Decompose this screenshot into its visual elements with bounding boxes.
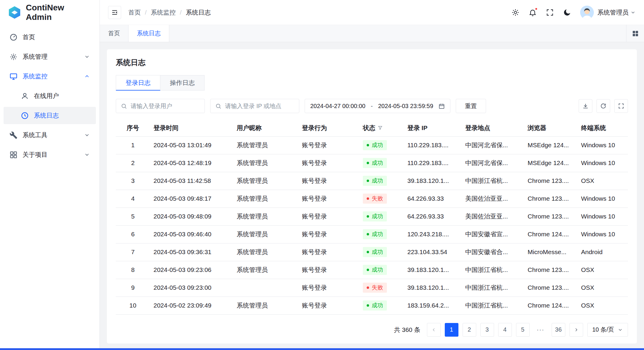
breadcrumb-item[interactable]: 系统监控 bbox=[151, 8, 176, 17]
cell-no: 2 bbox=[116, 154, 150, 172]
menu-fold-icon[interactable] bbox=[108, 6, 121, 19]
bell-icon[interactable] bbox=[529, 8, 537, 17]
breadcrumb: 首页 / 系统监控 / 系统日志 bbox=[128, 8, 211, 17]
filter-funnel-icon[interactable] bbox=[378, 125, 383, 130]
status-dot-icon bbox=[367, 251, 369, 253]
cell-os: OSX bbox=[577, 261, 628, 279]
page-button-4[interactable]: 4 bbox=[498, 323, 512, 337]
avatar bbox=[580, 6, 594, 19]
sidebar: ContiNew Admin 首页 系统管理 bbox=[0, 0, 100, 350]
cell-behavior: 账号登录 bbox=[298, 225, 359, 243]
monitor-icon bbox=[10, 72, 18, 80]
date-start: 2024-04-27 00:00:00 bbox=[310, 103, 365, 110]
cell-time: 2024-05-03 11:42:58 bbox=[150, 172, 233, 190]
tab-login-log[interactable]: 登录日志 bbox=[116, 75, 160, 91]
cell-os: Windows 10 bbox=[577, 208, 628, 225]
page-button-3[interactable]: 3 bbox=[480, 323, 494, 337]
sidebar-item-system-logs[interactable]: 系统日志 bbox=[4, 107, 96, 124]
prev-page-button[interactable] bbox=[427, 323, 441, 337]
sidebar-item-online-users[interactable]: 在线用户 bbox=[4, 87, 96, 104]
notification-dot bbox=[535, 7, 538, 10]
table-row: 9 2024-05-03 09:23:00 账号登录 失败 39.183.120… bbox=[116, 279, 628, 297]
cell-os: Windows 10 bbox=[577, 225, 628, 243]
cell-behavior: 账号登录 bbox=[298, 154, 359, 172]
gear-icon bbox=[10, 53, 18, 61]
cell-status: 成功 bbox=[359, 208, 404, 225]
status-badge: 失败 bbox=[363, 283, 387, 293]
reset-button[interactable]: 重置 bbox=[456, 99, 486, 113]
chevron-down-icon bbox=[618, 327, 623, 332]
date-range-picker[interactable]: 2024-04-27 00:00:00 - 2024-05-03 23:59:5… bbox=[305, 99, 450, 113]
cell-location: 美国佐治亚亚... bbox=[462, 190, 524, 208]
cell-ip: 64.226.93.33 bbox=[404, 208, 462, 225]
cell-browser: Chrome 123.... bbox=[524, 208, 577, 225]
cell-browser: Chrome 123.... bbox=[524, 261, 577, 279]
cell-behavior: 账号登录 bbox=[298, 261, 359, 279]
logo[interactable]: ContiNew Admin bbox=[0, 0, 99, 25]
sidebar-item-about[interactable]: 关于项目 bbox=[4, 146, 96, 163]
status-badge: 成功 bbox=[363, 247, 387, 257]
page-button-5[interactable]: 5 bbox=[516, 323, 530, 337]
cell-os: Windows 10 bbox=[577, 190, 628, 208]
search-input[interactable] bbox=[225, 103, 294, 110]
col-time: 登录时间 bbox=[150, 120, 233, 136]
table-header-row: 序号 登录时间 用户昵称 登录行为 状态 bbox=[116, 120, 628, 136]
breadcrumb-item[interactable]: 首页 bbox=[128, 8, 141, 17]
topbar-actions: 系统管理员 bbox=[511, 6, 636, 19]
calendar-icon bbox=[439, 103, 445, 109]
refresh-icon[interactable] bbox=[596, 99, 610, 113]
cell-time: 2024-05-03 09:46:40 bbox=[150, 225, 233, 243]
cell-os: Windows 10 bbox=[577, 154, 628, 172]
settings-icon[interactable] bbox=[511, 8, 520, 17]
cell-nickname: 系统管理员 bbox=[233, 225, 298, 243]
cell-browser: MSEdge 124... bbox=[524, 154, 577, 172]
status-badge: 成功 bbox=[363, 211, 387, 221]
log-tabs: 登录日志 操作日志 bbox=[116, 75, 628, 91]
page-size-select[interactable]: 10 条/页 bbox=[587, 323, 628, 337]
login-ip-search[interactable] bbox=[210, 99, 299, 113]
app-root: ContiNew Admin 首页 系统管理 bbox=[0, 0, 644, 350]
page-button-2[interactable]: 2 bbox=[463, 323, 476, 337]
cell-browser: Chrome 123.... bbox=[524, 190, 577, 208]
cell-browser: Chrome 124.... bbox=[524, 225, 577, 243]
page-tabbar: 首页 系统日志 bbox=[100, 25, 644, 42]
search-input[interactable] bbox=[131, 103, 200, 110]
tab-home[interactable]: 首页 bbox=[100, 25, 129, 42]
sidebar-item-home[interactable]: 首页 bbox=[4, 28, 96, 46]
page-ellipsis[interactable]: ··· bbox=[534, 323, 548, 337]
page-button-1[interactable]: 1 bbox=[445, 323, 458, 337]
table-row: 5 2024-05-03 09:48:09 系统管理员 账号登录 成功 64.2… bbox=[116, 208, 628, 225]
dashboard-icon bbox=[10, 33, 18, 41]
page-button-36[interactable]: 36 bbox=[552, 323, 565, 337]
cell-no: 5 bbox=[116, 208, 150, 225]
sidebar-item-system-tools[interactable]: 系统工具 bbox=[4, 126, 96, 144]
status-dot-icon bbox=[367, 162, 369, 164]
cell-nickname: 系统管理员 bbox=[233, 261, 298, 279]
cell-nickname: 系统管理员 bbox=[233, 297, 298, 314]
clock-icon bbox=[21, 112, 29, 120]
tab-operation-log[interactable]: 操作日志 bbox=[160, 75, 205, 91]
cell-status: 成功 bbox=[359, 261, 404, 279]
cell-ip: 183.159.64.2... bbox=[404, 297, 462, 314]
cell-no: 10 bbox=[116, 297, 150, 314]
cell-status: 成功 bbox=[359, 297, 404, 314]
sidebar-item-system-mgmt[interactable]: 系统管理 bbox=[4, 48, 96, 65]
user-menu[interactable]: 系统管理员 bbox=[580, 6, 636, 19]
download-icon[interactable] bbox=[579, 99, 592, 113]
wrench-icon bbox=[10, 131, 18, 139]
moon-icon[interactable] bbox=[563, 8, 571, 17]
layout-grid-icon[interactable] bbox=[626, 25, 644, 42]
pagination-total: 共 360 条 bbox=[394, 326, 420, 334]
col-no: 序号 bbox=[116, 120, 150, 136]
cell-location: 中国浙江省杭... bbox=[462, 261, 524, 279]
tab-system-logs[interactable]: 系统日志 bbox=[129, 25, 169, 42]
login-user-search[interactable] bbox=[116, 99, 205, 113]
next-page-button[interactable] bbox=[569, 323, 583, 337]
sidebar-item-system-monitor[interactable]: 系统监控 bbox=[4, 68, 96, 85]
fullscreen-icon[interactable] bbox=[546, 8, 554, 17]
sidebar-item-label: 系统监控 bbox=[23, 72, 48, 80]
expand-icon[interactable] bbox=[614, 99, 628, 113]
col-ip: 登录 IP bbox=[404, 120, 462, 136]
table-row: 4 2024-05-03 09:48:17 系统管理员 账号登录 失败 64.2… bbox=[116, 190, 628, 208]
cell-behavior: 账号登录 bbox=[298, 208, 359, 225]
